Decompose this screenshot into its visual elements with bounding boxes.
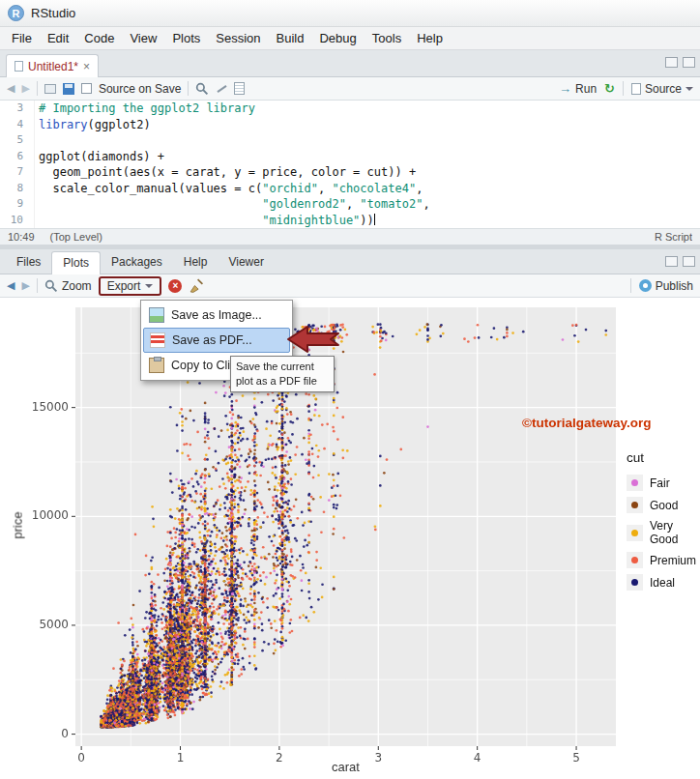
minimize-pane-icon[interactable] [665, 57, 678, 68]
plots-tabs: FilesPlotsPackagesHelpViewer [6, 251, 275, 274]
publish-button[interactable]: Publish [639, 279, 693, 293]
editor-pane-controls [665, 57, 695, 68]
code-text: "midnightblue")) [35, 213, 375, 229]
legend-label: Ideal [650, 576, 675, 590]
source-button[interactable]: Source [631, 82, 693, 96]
code-text: # Importing the ggplot2 library [35, 101, 255, 117]
code-text [35, 132, 39, 149]
plots-toolbar-right: Publish [630, 278, 693, 293]
editor-pane: Untitled1* Source on Save Ru [0, 50, 700, 245]
tab-label: Untitled1* [28, 60, 78, 73]
maximize-pane-icon[interactable] [683, 57, 695, 68]
code-line[interactable]: 7 geom_point(aes(x = carat, y = price, c… [0, 164, 700, 181]
save-icon[interactable] [63, 83, 74, 95]
menu-edit[interactable]: Edit [40, 28, 76, 48]
editor-tab-strip: Untitled1* [0, 50, 700, 77]
menu-code[interactable]: Code [76, 28, 122, 48]
tooltip: Save the current plot as a PDF file [230, 356, 335, 392]
code-line[interactable]: 6ggplot(diamonds) + [0, 149, 700, 165]
menu-build[interactable]: Build [269, 28, 312, 48]
plot-canvas [0, 298, 700, 779]
legend-swatch-fair [631, 479, 638, 486]
publish-icon [639, 279, 652, 292]
forward-icon[interactable] [21, 83, 29, 94]
zoom-button[interactable]: Zoom [44, 279, 92, 293]
code-text: scale_color_manual(values = c("orchid", … [35, 181, 423, 197]
legend-items: FairGoodVery GoodPremiumIdeal [627, 475, 700, 591]
clear-plots-broom-icon[interactable] [189, 278, 204, 293]
export-menu-item[interactable]: Save as PDF... [143, 328, 290, 353]
remove-plot-icon[interactable] [168, 279, 182, 293]
pdf-icon [150, 332, 165, 348]
find-replace-icon[interactable] [195, 82, 209, 96]
menu-help[interactable]: Help [409, 28, 451, 48]
open-in-window-icon[interactable] [44, 84, 56, 94]
export-button[interactable]: Export [99, 276, 162, 296]
tab-viewer[interactable]: Viewer [218, 251, 274, 274]
menu-plots[interactable]: Plots [164, 28, 208, 48]
export-label: Export [107, 279, 141, 293]
scope-selector[interactable]: (Top Level) [50, 231, 102, 243]
close-tab-icon[interactable] [83, 61, 90, 72]
compile-report-icon[interactable] [234, 82, 245, 95]
menu-tools[interactable]: Tools [365, 28, 409, 48]
tab-plots[interactable]: Plots [51, 251, 101, 274]
diamonds-scatter-plot: price carat cut FairGoodVery GoodPremium… [0, 298, 700, 779]
menu-item-label: Save as PDF... [172, 333, 252, 347]
rstudio-window: R RStudio FileEditCodeViewPlotsSessionBu… [0, 0, 700, 779]
code-line[interactable]: 9 "goldenrod2", "tomato2", [0, 196, 700, 213]
tab-help[interactable]: Help [173, 251, 219, 274]
watermark: ©tutorialgateway.org [522, 416, 651, 430]
zoom-magnifier-icon [44, 279, 58, 293]
line-number: 8 [0, 181, 35, 197]
code-line[interactable]: 4library(ggplot2) [0, 117, 700, 133]
publish-label: Publish [656, 279, 693, 293]
menu-session[interactable]: Session [208, 28, 268, 48]
code-text: "goldenrod2", "tomato2", [35, 196, 430, 213]
code-text: geom_point(aes(x = carat, y = price, col… [35, 164, 416, 181]
legend-label: Very Good [650, 519, 700, 546]
cursor-position[interactable]: 10:49 [8, 231, 35, 243]
code-editor[interactable]: 3# Importing the ggplot2 library4library… [0, 101, 700, 228]
previous-plot-icon[interactable] [7, 280, 15, 291]
menu-view[interactable]: View [122, 28, 164, 48]
legend-entry: Ideal [627, 574, 700, 591]
next-plot-icon[interactable] [21, 280, 29, 291]
maximize-pane-icon[interactable] [683, 256, 695, 267]
rerun-icon[interactable] [604, 82, 615, 95]
legend-key [627, 497, 643, 513]
legend-swatch-very-good [631, 530, 638, 536]
menu-file[interactable]: File [4, 28, 40, 48]
source-doc-icon [631, 83, 641, 95]
separator [37, 278, 38, 293]
code-line[interactable]: 10 "midnightblue")) [0, 213, 700, 229]
legend-key [627, 574, 643, 591]
export-menu-item[interactable]: Save as Image... [143, 303, 290, 328]
code-line[interactable]: 3# Importing the ggplot2 library [0, 101, 700, 117]
image-icon [149, 307, 164, 323]
zoom-label: Zoom [62, 279, 92, 293]
document-icon [15, 61, 23, 72]
run-button[interactable]: Run [559, 82, 597, 96]
editor-status-bar: 10:49 (Top Level) R Script [0, 228, 700, 245]
tab-packages[interactable]: Packages [101, 251, 173, 274]
separator [630, 278, 631, 293]
rstudio-logo-icon: R [8, 5, 24, 21]
line-number: 7 [0, 164, 35, 181]
legend-swatch-premium [631, 557, 638, 563]
line-number: 4 [0, 117, 35, 133]
tab-files[interactable]: Files [6, 251, 51, 274]
code-line[interactable]: 8 scale_color_manual(values = c("orchid"… [0, 181, 700, 197]
minimize-pane-icon[interactable] [665, 256, 678, 267]
legend-key [627, 525, 643, 541]
back-icon[interactable] [7, 83, 15, 94]
legend-label: Premium [650, 554, 696, 567]
chevron-down-icon [685, 87, 693, 91]
menu-debug[interactable]: Debug [311, 28, 364, 48]
source-on-save-checkbox[interactable] [81, 83, 92, 94]
code-tools-wand-icon[interactable] [216, 83, 227, 95]
code-line[interactable]: 5 [0, 132, 700, 149]
file-type-label[interactable]: R Script [655, 231, 692, 243]
tab-untitled1[interactable]: Untitled1* [6, 54, 99, 77]
run-label: Run [575, 82, 597, 96]
